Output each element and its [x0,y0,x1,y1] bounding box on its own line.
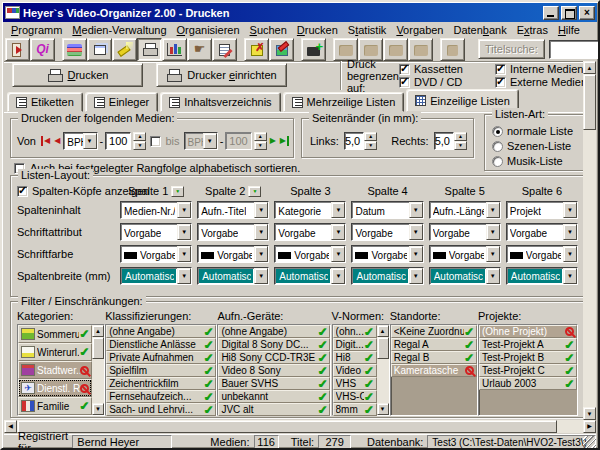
chevron-down-icon[interactable]: ▼ [563,202,577,218]
chevron-down-icon[interactable]: ▼ [409,268,423,284]
toolbar-add-media-button[interactable] [301,38,326,61]
filter-item[interactable]: Bauer SVHS✓ [218,377,330,390]
menu-item-statistik[interactable]: Statistik [343,23,392,37]
schriftfarbe-combo[interactable]: Vorgabe▼ [351,245,423,263]
menu-item-drucken[interactable]: Drucken [292,23,343,37]
filter-item[interactable]: (ohne Angabe)✓ [106,325,216,338]
chevron-down-icon[interactable]: ▼ [486,224,500,240]
close-button[interactable]: × [579,6,595,20]
menu-item-suchen[interactable]: Suchen [245,23,292,37]
scroll-down-icon[interactable]: ▼ [377,403,389,415]
maximize-button[interactable] [561,6,577,20]
toolbar-quickinfo-button[interactable]: Qi [30,38,55,61]
tab-mehrzeilige-listen[interactable]: Mehrzeilige Listen [283,92,405,112]
schriftfarbe-combo[interactable]: Vorgabe▼ [429,245,501,263]
filter-item[interactable]: ✈Dienstl. R... [18,379,92,397]
chevron-down-icon[interactable]: ▼ [177,224,191,240]
filter-item[interactable]: VHS✓ [333,377,377,390]
filter-item[interactable]: Dienstliche Anlässe✓ [106,338,216,351]
scroll-up-icon[interactable]: ▲ [377,325,389,337]
filter-item[interactable]: JVC alt✓ [218,403,330,416]
filter-item[interactable]: Kameratasche [391,364,477,377]
chevron-down-icon[interactable]: ▼ [254,224,268,240]
filter-item[interactable]: Winterurl...✓ [18,343,92,361]
toolbar-exit-button[interactable] [5,38,30,61]
horizontal-scroll-thumb[interactable] [17,420,557,433]
printer-setup-button[interactable]: Drucker einrichten [156,63,287,87]
schriftattribut-combo[interactable]: Vorgabe▼ [506,223,578,241]
minimize-button[interactable] [543,6,559,20]
chevron-down-icon[interactable]: ▼ [177,202,191,218]
schriftfarbe-combo[interactable]: Vorgabe▼ [197,245,269,263]
filter-item[interactable]: (Ohne Projekt) [479,325,577,338]
scroll-down-icon[interactable]: ▼ [92,403,104,415]
scroll-down-icon[interactable]: ▼ [583,407,596,420]
schriftattribut-combo[interactable]: Vorgabe▼ [429,223,501,241]
limit-checkbox-kassetten[interactable]: Kassetten [399,63,491,76]
filter-item[interactable]: <Keine Zuordnu...✓ [391,325,477,338]
tab-inhaltsverzeichnis[interactable]: Inhaltsverzeichnis [160,92,280,112]
spalteninhalt-combo[interactable]: Aufn.-Titel▼ [197,201,269,219]
filter-item[interactable]: Sommeru...✓ [18,325,92,343]
toolbar-defaults-button[interactable]: ☛ [187,38,212,61]
filter-item[interactable]: Spielfilm✓ [106,364,216,377]
limit-checkbox-dvd-cd[interactable]: DVD / CD [399,76,491,89]
scroll-up-icon[interactable]: ▲ [92,325,104,337]
sort-direction-button[interactable]: ▼ [171,186,184,197]
filter-item[interactable]: Urlaub 2003✓ [479,377,577,390]
chevron-down-icon[interactable]: ▼ [563,224,577,240]
spaltenbreite-mm--combo[interactable]: Automatisch▼ [197,267,269,285]
spaltenbreite-mm--combo[interactable]: Automatisch▼ [506,267,578,285]
chevron-down-icon[interactable]: ▼ [83,133,97,149]
chevron-down-icon[interactable]: ▼ [409,202,423,218]
first-media-icon[interactable]: ◀ [41,136,51,146]
chevron-down-icon[interactable]: ▼ [331,202,345,218]
chevron-down-icon[interactable]: ▼ [563,246,577,262]
chevron-down-icon[interactable]: ▼ [409,224,423,240]
filter-item[interactable]: Video 8✓ [333,364,377,377]
chevron-down-icon[interactable]: ▼ [254,246,268,262]
menu-item-hilfe[interactable]: Hilfe [553,23,585,37]
radio-musik-liste[interactable]: Musik-Liste [492,155,584,167]
resize-grip[interactable] [583,436,596,449]
list-scrollbar[interactable]: ▲▼ [92,325,104,415]
print-button[interactable]: Drucken [12,63,143,87]
schriftfarbe-combo[interactable]: Vorgabe▼ [506,245,578,263]
scroll-left-icon[interactable]: ◀ [4,420,17,433]
filter-item[interactable]: Digital 8 Sony DC...✓ [218,338,330,351]
horizontal-scroll-track[interactable] [557,420,583,433]
menu-item-datenbank[interactable]: Datenbank [448,23,511,37]
list-scrollbar[interactable]: ▲▼ [377,325,389,415]
toolbar-print-lists-button[interactable] [269,38,294,61]
toolbar-media-management-button[interactable] [62,38,87,61]
limit-checkbox-interne-medien[interactable]: Interne Medien [495,63,595,76]
toolbar-organize-button[interactable] [87,38,112,61]
filter-item[interactable]: (ohn...✓ [333,325,377,338]
spaltenbreite-mm--combo[interactable]: Automatisch▼ [351,267,423,285]
radio-normale-liste[interactable]: normale Liste [492,125,584,137]
toolbar-statistics-button[interactable] [162,38,187,61]
menu-item-organisieren[interactable]: Organisieren [172,23,245,37]
schriftfarbe-combo[interactable]: Vorgabe▼ [120,245,192,263]
chevron-down-icon[interactable]: ▼ [254,268,268,284]
toolbar-search-button[interactable] [112,38,137,61]
filter-item[interactable]: unbekannt✓ [218,390,330,403]
spalteninhalt-combo[interactable]: Kategorie▼ [274,201,346,219]
from-number-field[interactable]: 100 [105,132,131,150]
right-margin-field[interactable]: 5,0 [434,132,454,150]
menu-item-vorgaben[interactable]: Vorgaben [391,23,448,37]
sort-direction-button[interactable]: ▼ [248,186,261,197]
chevron-down-icon[interactable]: ▼ [486,268,500,284]
spalteninhalt-combo[interactable]: Aufn.-Länge▼ [429,201,501,219]
filter-item[interactable]: Regal A✓ [391,338,477,351]
from-media-combo[interactable]: BPH ▼ [63,132,97,150]
chevron-down-icon[interactable]: ▼ [409,246,423,262]
toolbar-extras-notes-button[interactable] [212,38,237,61]
filter-item[interactable]: Hi8 Sony CCD-TR3E✓ [218,351,330,364]
schriftattribut-combo[interactable]: Vorgabe▼ [197,223,269,241]
scroll-right-icon[interactable]: ▶ [583,420,596,433]
spalteninhalt-combo[interactable]: Datum▼ [351,201,423,219]
chevron-down-icon[interactable]: ▼ [331,224,345,240]
chevron-down-icon[interactable]: ▼ [177,246,191,262]
chevron-down-icon[interactable]: ▼ [177,268,191,284]
